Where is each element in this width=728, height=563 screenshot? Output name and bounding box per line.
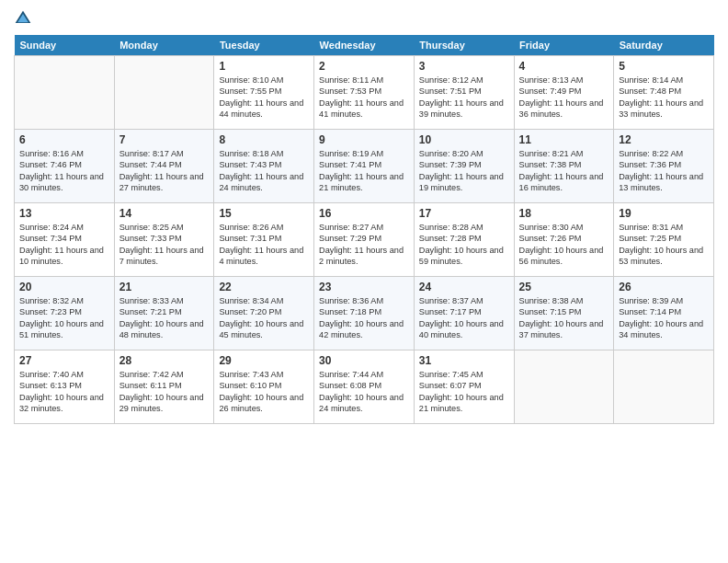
calendar-table: SundayMondayTuesdayWednesdayThursdayFrid…	[14, 35, 714, 424]
cell-content: Sunrise: 8:36 AM Sunset: 7:18 PM Dayligh…	[319, 295, 409, 341]
calendar-cell: 10Sunrise: 8:20 AM Sunset: 7:39 PM Dayli…	[414, 130, 514, 203]
cell-content: Sunrise: 8:33 AM Sunset: 7:21 PM Dayligh…	[119, 295, 210, 341]
day-header-tuesday: Tuesday	[214, 35, 314, 56]
day-header-thursday: Thursday	[414, 35, 514, 56]
date-number: 28	[119, 354, 210, 367]
cell-content: Sunrise: 8:14 AM Sunset: 7:48 PM Dayligh…	[619, 75, 709, 121]
date-number: 10	[419, 133, 509, 146]
date-number: 4	[519, 60, 609, 73]
calendar-cell: 11Sunrise: 8:21 AM Sunset: 7:38 PM Dayli…	[514, 130, 614, 203]
calendar-cell: 2Sunrise: 8:11 AM Sunset: 7:53 PM Daylig…	[314, 56, 415, 130]
date-number: 27	[19, 354, 109, 367]
calendar-cell	[114, 56, 214, 130]
calendar-cell: 13Sunrise: 8:24 AM Sunset: 7:34 PM Dayli…	[15, 203, 115, 277]
calendar-cell: 31Sunrise: 7:45 AM Sunset: 6:07 PM Dayli…	[414, 350, 514, 424]
calendar-cell: 4Sunrise: 8:13 AM Sunset: 7:49 PM Daylig…	[514, 56, 614, 130]
calendar-cell: 3Sunrise: 8:12 AM Sunset: 7:51 PM Daylig…	[414, 56, 514, 130]
day-header-saturday: Saturday	[614, 35, 714, 56]
cell-content: Sunrise: 8:38 AM Sunset: 7:15 PM Dayligh…	[519, 295, 609, 341]
calendar-cell: 19Sunrise: 8:31 AM Sunset: 7:25 PM Dayli…	[614, 203, 714, 277]
day-header-friday: Friday	[514, 35, 614, 56]
calendar-cell	[514, 350, 614, 424]
cell-content: Sunrise: 8:16 AM Sunset: 7:46 PM Dayligh…	[19, 148, 109, 194]
cell-content: Sunrise: 8:39 AM Sunset: 7:14 PM Dayligh…	[619, 295, 709, 341]
cell-content: Sunrise: 8:28 AM Sunset: 7:28 PM Dayligh…	[419, 222, 509, 268]
calendar-cell: 25Sunrise: 8:38 AM Sunset: 7:15 PM Dayli…	[514, 277, 614, 350]
day-header-monday: Monday	[114, 35, 214, 56]
day-header-sunday: Sunday	[15, 35, 115, 56]
cell-content: Sunrise: 7:40 AM Sunset: 6:13 PM Dayligh…	[19, 369, 109, 415]
week-row-2: 6Sunrise: 8:16 AM Sunset: 7:46 PM Daylig…	[15, 130, 714, 203]
calendar-cell: 26Sunrise: 8:39 AM Sunset: 7:14 PM Dayli…	[614, 277, 714, 350]
cell-content: Sunrise: 8:31 AM Sunset: 7:25 PM Dayligh…	[619, 222, 709, 268]
date-number: 1	[219, 60, 309, 73]
cell-content: Sunrise: 8:19 AM Sunset: 7:41 PM Dayligh…	[319, 148, 409, 194]
calendar-cell: 22Sunrise: 8:34 AM Sunset: 7:20 PM Dayli…	[214, 277, 314, 350]
date-number: 22	[219, 281, 309, 293]
date-number: 13	[19, 207, 109, 220]
date-number: 2	[319, 60, 409, 73]
calendar-cell	[614, 350, 714, 424]
cell-content: Sunrise: 8:25 AM Sunset: 7:33 PM Dayligh…	[119, 222, 210, 268]
calendar-cell: 21Sunrise: 8:33 AM Sunset: 7:21 PM Dayli…	[114, 277, 214, 350]
logo	[14, 9, 34, 28]
date-number: 3	[419, 60, 509, 73]
date-number: 30	[319, 354, 409, 367]
calendar-cell: 30Sunrise: 7:44 AM Sunset: 6:08 PM Dayli…	[314, 350, 415, 424]
cell-content: Sunrise: 8:27 AM Sunset: 7:29 PM Dayligh…	[319, 222, 409, 268]
date-number: 8	[219, 133, 309, 146]
calendar-cell: 8Sunrise: 8:18 AM Sunset: 7:43 PM Daylig…	[214, 130, 314, 203]
cell-content: Sunrise: 8:21 AM Sunset: 7:38 PM Dayligh…	[519, 148, 609, 194]
date-number: 6	[19, 133, 109, 146]
calendar-cell: 28Sunrise: 7:42 AM Sunset: 6:11 PM Dayli…	[114, 350, 214, 424]
cell-content: Sunrise: 8:17 AM Sunset: 7:44 PM Dayligh…	[119, 148, 210, 194]
date-number: 24	[419, 281, 509, 293]
date-number: 21	[119, 281, 210, 293]
calendar-cell: 5Sunrise: 8:14 AM Sunset: 7:48 PM Daylig…	[614, 56, 714, 130]
date-number: 17	[419, 207, 509, 220]
week-row-4: 20Sunrise: 8:32 AM Sunset: 7:23 PM Dayli…	[15, 277, 714, 350]
calendar-cell: 20Sunrise: 8:32 AM Sunset: 7:23 PM Dayli…	[15, 277, 115, 350]
cell-content: Sunrise: 7:43 AM Sunset: 6:10 PM Dayligh…	[219, 369, 309, 415]
date-number: 18	[519, 207, 609, 220]
calendar-cell: 14Sunrise: 8:25 AM Sunset: 7:33 PM Dayli…	[114, 203, 214, 277]
cell-content: Sunrise: 8:32 AM Sunset: 7:23 PM Dayligh…	[19, 295, 109, 341]
calendar-cell: 1Sunrise: 8:10 AM Sunset: 7:55 PM Daylig…	[214, 56, 314, 130]
date-number: 15	[219, 207, 309, 220]
day-header-wednesday: Wednesday	[314, 35, 415, 56]
calendar-cell: 12Sunrise: 8:22 AM Sunset: 7:36 PM Dayli…	[614, 130, 714, 203]
header-row: SundayMondayTuesdayWednesdayThursdayFrid…	[15, 35, 714, 56]
calendar-cell: 29Sunrise: 7:43 AM Sunset: 6:10 PM Dayli…	[214, 350, 314, 424]
calendar-cell: 27Sunrise: 7:40 AM Sunset: 6:13 PM Dayli…	[15, 350, 115, 424]
date-number: 19	[619, 207, 709, 220]
calendar-cell: 6Sunrise: 8:16 AM Sunset: 7:46 PM Daylig…	[15, 130, 115, 203]
calendar-cell: 16Sunrise: 8:27 AM Sunset: 7:29 PM Dayli…	[314, 203, 415, 277]
date-number: 31	[419, 354, 509, 367]
cell-content: Sunrise: 7:44 AM Sunset: 6:08 PM Dayligh…	[319, 369, 409, 415]
date-number: 23	[319, 281, 409, 293]
calendar-cell: 17Sunrise: 8:28 AM Sunset: 7:28 PM Dayli…	[414, 203, 514, 277]
cell-content: Sunrise: 8:20 AM Sunset: 7:39 PM Dayligh…	[419, 148, 509, 194]
cell-content: Sunrise: 8:34 AM Sunset: 7:20 PM Dayligh…	[219, 295, 309, 341]
cell-content: Sunrise: 8:37 AM Sunset: 7:17 PM Dayligh…	[419, 295, 509, 341]
week-row-5: 27Sunrise: 7:40 AM Sunset: 6:13 PM Dayli…	[15, 350, 714, 424]
date-number: 7	[119, 133, 210, 146]
cell-content: Sunrise: 8:30 AM Sunset: 7:26 PM Dayligh…	[519, 222, 609, 268]
calendar-cell: 15Sunrise: 8:26 AM Sunset: 7:31 PM Dayli…	[214, 203, 314, 277]
week-row-1: 1Sunrise: 8:10 AM Sunset: 7:55 PM Daylig…	[15, 56, 714, 130]
cell-content: Sunrise: 8:12 AM Sunset: 7:51 PM Dayligh…	[419, 75, 509, 121]
date-number: 20	[19, 281, 109, 293]
page: SundayMondayTuesdayWednesdayThursdayFrid…	[0, 0, 728, 563]
calendar-cell: 24Sunrise: 8:37 AM Sunset: 7:17 PM Dayli…	[414, 277, 514, 350]
cell-content: Sunrise: 8:22 AM Sunset: 7:36 PM Dayligh…	[619, 148, 709, 194]
cell-content: Sunrise: 7:45 AM Sunset: 6:07 PM Dayligh…	[419, 369, 509, 415]
date-number: 16	[319, 207, 409, 220]
cell-content: Sunrise: 8:13 AM Sunset: 7:49 PM Dayligh…	[519, 75, 609, 121]
calendar-cell: 23Sunrise: 8:36 AM Sunset: 7:18 PM Dayli…	[314, 277, 415, 350]
date-number: 12	[619, 133, 709, 146]
date-number: 26	[619, 281, 709, 293]
cell-content: Sunrise: 7:42 AM Sunset: 6:11 PM Dayligh…	[119, 369, 210, 415]
calendar-cell	[15, 56, 115, 130]
cell-content: Sunrise: 8:18 AM Sunset: 7:43 PM Dayligh…	[219, 148, 309, 194]
header	[14, 9, 714, 28]
